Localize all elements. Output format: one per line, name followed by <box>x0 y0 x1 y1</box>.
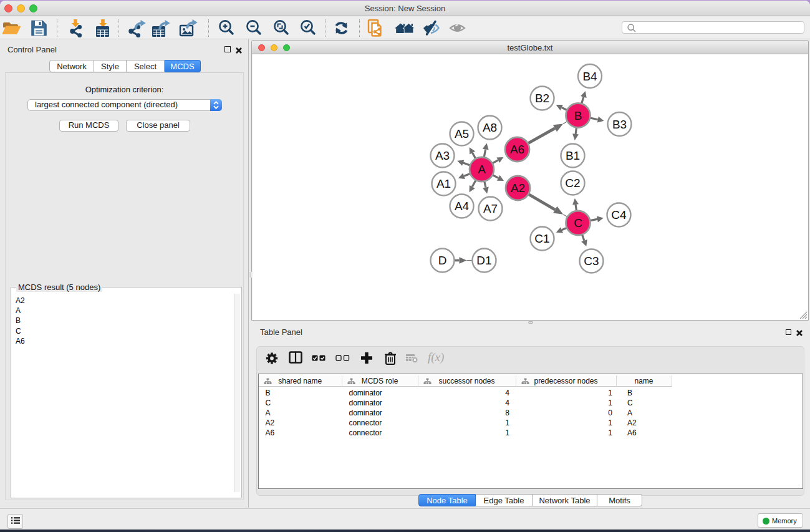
svg-text:A7: A7 <box>483 202 498 215</box>
svg-text:A3: A3 <box>435 149 450 162</box>
svg-text:C4: C4 <box>611 208 627 221</box>
svg-text:C3: C3 <box>584 254 599 268</box>
svg-text:B1: B1 <box>566 149 580 162</box>
svg-text:B2: B2 <box>535 92 549 105</box>
svg-text:A4: A4 <box>455 200 470 213</box>
svg-text:A1: A1 <box>436 177 451 190</box>
svg-text:A5: A5 <box>455 127 469 140</box>
svg-text:A8: A8 <box>483 121 497 134</box>
svg-text:C1: C1 <box>534 232 549 245</box>
svg-text:B: B <box>574 109 582 122</box>
svg-text:B3: B3 <box>612 118 627 131</box>
svg-text:A6: A6 <box>510 143 524 156</box>
svg-text:C: C <box>574 216 582 230</box>
svg-text:A2: A2 <box>511 181 525 195</box>
svg-text:A: A <box>478 163 486 176</box>
svg-text:D: D <box>438 254 447 267</box>
svg-text:C2: C2 <box>565 177 580 190</box>
svg-text:B4: B4 <box>582 70 597 83</box>
svg-text:f(x): f(x) <box>428 351 444 364</box>
svg-text:D1: D1 <box>476 254 491 267</box>
